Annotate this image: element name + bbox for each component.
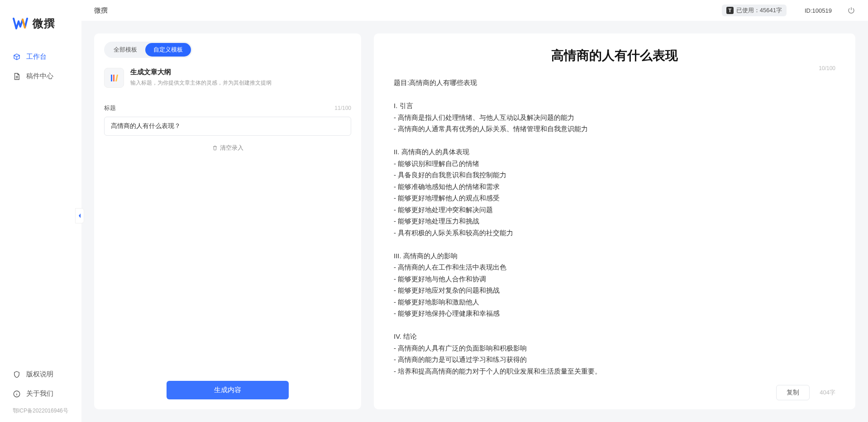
template-thumb-icon (104, 68, 124, 88)
brand-text: 微撰 (33, 16, 55, 31)
clear-input-button[interactable]: 清空录入 (212, 144, 243, 152)
document-icon (13, 72, 21, 81)
nav-item-copyright[interactable]: 版权说明 (0, 365, 81, 384)
title-input[interactable] (104, 117, 351, 136)
tab-all-templates[interactable]: 全部模板 (105, 43, 145, 57)
nav-label: 工作台 (26, 52, 47, 61)
template-tabs: 全部模板 自定义模板 (104, 42, 192, 58)
generate-button[interactable]: 生成内容 (167, 381, 289, 399)
text-count-icon: T (726, 7, 734, 14)
app-title: 微撰 (94, 6, 108, 15)
copy-button[interactable]: 复制 (776, 385, 810, 400)
title-counter: 11/100 (334, 105, 351, 111)
power-icon[interactable] (847, 6, 855, 14)
template-desc: 输入标题，为你提供文章主体的灵感，并为其创建推文提纲 (130, 79, 272, 87)
nav-label: 版权说明 (26, 370, 53, 379)
tab-custom-templates[interactable]: 自定义模板 (145, 43, 191, 57)
template-title: 生成文章大纲 (130, 68, 272, 76)
cube-icon (13, 53, 21, 61)
user-id: ID:100519 (805, 7, 832, 14)
panel-template: 全部模板 自定义模板 生成文章大纲 输入标题，为你提供文章主体的灵感，并为其创建… (94, 33, 361, 409)
nav-bottom: 版权说明 关于我们 鄂ICP备2022016946号 (0, 365, 81, 422)
usage-badge[interactable]: T 已使用： 45641字 (722, 5, 787, 16)
sidebar: 微撰 工作台 稿件中心 版权说明 关于我们 鄂ICP备2 (0, 0, 81, 422)
document-body[interactable]: 题目:高情商的人有哪些表现 I. 引言 - 高情商是指人们处理情绪、与他人互动以… (394, 77, 835, 379)
info-icon (13, 390, 21, 398)
title-field-label: 标题 (104, 104, 116, 112)
icp-text: 鄂ICP备2022016946号 (0, 403, 81, 417)
trash-icon (212, 145, 218, 151)
panel-output: 高情商的人有什么表现 10/100 题目:高情商的人有哪些表现 I. 引言 - … (374, 33, 855, 409)
document-footer: 复制 404字 (394, 379, 835, 400)
brand-logo: 微撰 (0, 9, 81, 47)
nav-item-drafts[interactable]: 稿件中心 (0, 66, 81, 86)
document-title[interactable]: 高情商的人有什么表现 (394, 47, 835, 64)
nav-main: 工作台 稿件中心 (0, 47, 81, 86)
word-count: 404字 (820, 389, 835, 397)
nav-label: 关于我们 (26, 389, 53, 398)
logo-mark-icon (13, 17, 28, 30)
nav-item-workspace[interactable]: 工作台 (0, 47, 81, 66)
usage-prefix: 已使用： (736, 6, 760, 14)
main-area: 全部模板 自定义模板 生成文章大纲 输入标题，为你提供文章主体的灵感，并为其创建… (81, 21, 868, 422)
document-title-counter: 10/100 (819, 65, 835, 71)
nav-label: 稿件中心 (26, 72, 53, 81)
clear-input-label: 清空录入 (220, 144, 243, 152)
template-card: 生成文章大纲 输入标题，为你提供文章主体的灵感，并为其创建推文提纲 (104, 68, 351, 88)
shield-icon (13, 370, 21, 379)
topbar: 微撰 T 已使用： 45641字 ID:100519 (81, 0, 868, 21)
nav-item-about[interactable]: 关于我们 (0, 384, 81, 403)
usage-count: 45641字 (760, 6, 782, 14)
